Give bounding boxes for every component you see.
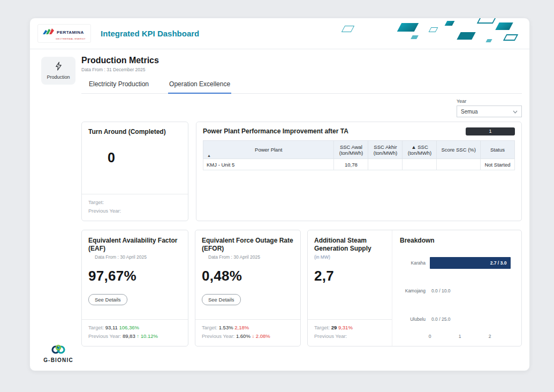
previous-value: 89,83 [123, 333, 135, 339]
tab-electricity-production[interactable]: Electricity Production [88, 80, 150, 93]
target-label: Target: [314, 325, 330, 330]
previous-value: 1.60% [236, 333, 251, 339]
axis-tick-label: 0 [429, 334, 431, 339]
dashboard-window: PERTAMINA GEOTHERMAL ENERGY Integrated K… [29, 18, 530, 371]
sidebar-item-label: Production [47, 74, 70, 80]
breakdown-section: Breakdown Karaha2.7 / 3.0Kamojang0.0 / 1… [392, 230, 521, 346]
additional-steam-section: Additional Steam Generation Supply (in M… [308, 230, 392, 346]
card-title: Additional Steam Generation Supply [314, 237, 385, 253]
target-pct: 2,18% [234, 325, 249, 330]
previous-year-label: Previous Year: [88, 207, 181, 216]
target-label: Target: [88, 325, 104, 330]
steam-breakdown-card: Additional Steam Generation Supply (in M… [307, 230, 522, 346]
gbionic-text: G-BIONIC [43, 357, 73, 363]
target-pct: 106,36% [119, 325, 139, 330]
chart-title: Breakdown [400, 237, 514, 245]
previous-year-label: Previous Year: [88, 333, 121, 339]
chart-category-label: Karaha [400, 260, 430, 266]
table-row[interactable]: KMJ - Unit 5 10,78 Not Started [203, 159, 515, 170]
kpi-row-2: Equivalent Availability Factor (EAF) Dat… [81, 230, 522, 346]
see-details-button[interactable]: See Details [88, 294, 127, 305]
decorative-shape [457, 32, 475, 40]
efor-value: 0,48% [202, 268, 294, 284]
lightning-icon [55, 62, 63, 73]
col-delta-ssc[interactable]: ▲ SSC (ton/MWh) [403, 141, 437, 159]
previous-year-label: Previous Year: [314, 333, 347, 339]
col-score-ssc[interactable]: Score SSC (%) [437, 141, 480, 159]
breakdown-chart: Karaha2.7 / 3.0Kamojang0.0 / 10.0Ulubelu… [400, 249, 514, 333]
chart-bar[interactable]: 2.7 / 3.0 [430, 257, 511, 269]
chart-x-axis: 012 [430, 333, 514, 341]
decorative-shape [477, 18, 498, 24]
app-title: Integrated KPI Dashboard [101, 29, 199, 38]
bar-value-label: 2.7 / 3.0 [490, 260, 507, 266]
card-title: Equivalent Availability Factor (EAF) [88, 237, 181, 253]
target-value: 1.53% [219, 325, 233, 330]
chart-bar-row: Kamojang0.0 / 10.0 [400, 277, 514, 305]
sort-asc-icon[interactable]: ▲ [207, 154, 211, 157]
logo-tagline: GEOTHERMAL ENERGY [56, 37, 86, 40]
chart-category-label: Ulubelu [400, 316, 430, 322]
col-power-plant[interactable]: Power Plant ▲ [203, 141, 334, 159]
card-subtitle: (in MW) [314, 254, 385, 260]
sidebar-item-production[interactable]: Production [41, 57, 75, 85]
steam-value: 2,7 [314, 268, 385, 284]
turn-around-value: 0 [82, 136, 188, 194]
table-header-row: Power Plant ▲ SSC Awal (ton/MWh) SSC Akh… [203, 141, 515, 159]
turn-around-card: Turn Around (Completed) 0 Target: Previo… [81, 122, 188, 221]
cell-ssc-akhir [368, 159, 403, 170]
year-select[interactable]: Semua [457, 105, 522, 117]
card-subtitle: Data From : 30 April 2025 [95, 254, 181, 260]
year-select-value: Semua [461, 109, 478, 115]
see-details-button[interactable]: See Details [202, 294, 241, 305]
col-ssc-awal[interactable]: SSC Awal (ton/MWh) [334, 141, 368, 159]
tab-operation-excellence[interactable]: Operation Excellence [168, 80, 231, 94]
tab-bar: Electricity Production Operation Excelle… [81, 80, 522, 94]
main-panel: Production Metrics Data From : 31 Decemb… [81, 56, 522, 371]
card-footer: Target: 29 9,31% Previous Year: [308, 319, 392, 346]
axis-tick-label: 1 [459, 334, 461, 339]
ta-performance-card: Power Plant Performance Improvement afte… [196, 122, 522, 221]
decorative-shape [397, 23, 419, 32]
target-value: 93,11 [105, 325, 118, 330]
gbionic-logo: G-BIONIC [43, 344, 73, 363]
bar-value-label: 0.0 / 25.0 [430, 316, 450, 322]
filter-row: Year Semua [81, 99, 522, 117]
decorative-shape [445, 21, 455, 26]
eaf-card: Equivalent Availability Factor (EAF) Dat… [81, 230, 188, 346]
card-title: Turn Around (Completed) [82, 122, 188, 136]
pertamina-logo-icon [43, 27, 55, 37]
cell-delta-ssc [403, 159, 437, 170]
axis-tick-label: 2 [489, 334, 491, 339]
chart-bar-row: Ulubelu0.0 / 25.0 [400, 305, 514, 333]
card-footer: Target: 1.53% 2,18% Previous Year: 1.60%… [195, 319, 300, 346]
bar-value-label: 0.0 / 10.0 [430, 288, 450, 293]
card-title: Power Plant Performance Improvement afte… [203, 127, 348, 135]
col-ssc-akhir[interactable]: SSC Akhir (ton/MWh) [368, 141, 403, 159]
decorative-shape [485, 39, 492, 42]
card-footer: Target: Previous Year: [82, 194, 188, 221]
decorative-shape [341, 26, 354, 32]
decorative-shape [429, 27, 438, 32]
target-pct: 9,31% [338, 325, 353, 330]
chart-category-label: Kamojang [400, 288, 430, 293]
previous-pct: ↑ 10.12% [136, 333, 158, 339]
cell-ssc-awal: 10,78 [334, 159, 368, 170]
card-title: Equivalent Force Outage Rate (EFOR) [202, 237, 294, 253]
chart-bar-row: Karaha2.7 / 3.0 [400, 249, 514, 277]
previous-pct: ↓ 2.08% [252, 333, 270, 339]
previous-year-label: Previous Year: [202, 333, 234, 339]
pagination-button[interactable]: 1 [466, 127, 515, 135]
decorative-shape [503, 34, 518, 41]
ta-performance-table: Power Plant ▲ SSC Awal (ton/MWh) SSC Akh… [203, 140, 515, 170]
header: PERTAMINA GEOTHERMAL ENERGY Integrated K… [30, 18, 529, 49]
decorative-shape [411, 35, 419, 39]
decorative-shapes [343, 18, 525, 49]
page-title: Production Metrics [81, 56, 522, 65]
chevron-down-icon [513, 109, 518, 115]
eaf-value: 97,67% [88, 268, 181, 284]
col-status[interactable]: Status [480, 141, 514, 159]
sidebar: Production G-BIONIC [35, 56, 81, 371]
pertamina-logo: PERTAMINA GEOTHERMAL ENERGY [37, 24, 91, 43]
year-label: Year [457, 99, 522, 104]
